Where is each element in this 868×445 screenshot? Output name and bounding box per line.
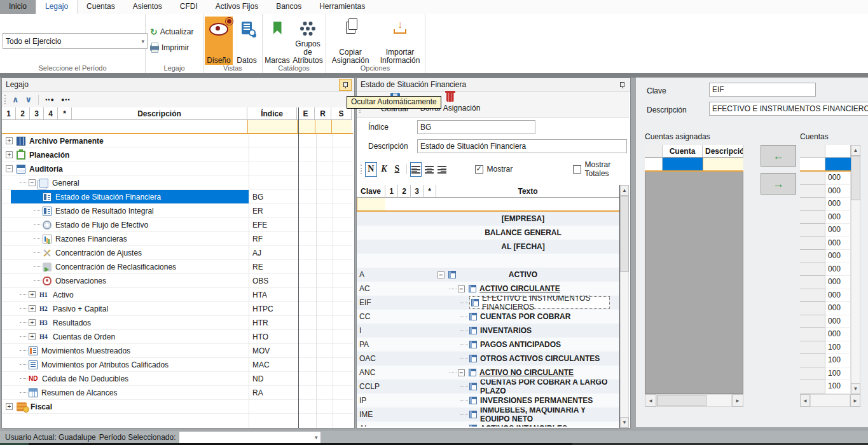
mostrar-totales-checkbox[interactable]	[573, 165, 581, 174]
account-row[interactable]: 100	[800, 367, 851, 381]
estado-row-al-fecha-[interactable]: AL [FECHA]	[357, 240, 620, 254]
pin-button[interactable]	[339, 79, 352, 91]
collapse-icon[interactable]: −	[458, 369, 465, 376]
period-combobox[interactable]: Todo el Ejercicio ▾	[3, 33, 148, 49]
tree-row-pasivo-capital[interactable]: +H2Pasivo + CapitalHTPC	[2, 302, 353, 316]
tree-row-resumen-de-alcances[interactable]: Resumen de AlcancesRA	[2, 386, 353, 400]
collapse-icon[interactable]: −	[29, 179, 36, 186]
descripcion-input-right[interactable]: EFECTIVO E INSTRUMENTOS FINANCIEROS	[709, 102, 868, 116]
copiar-asignacion-button[interactable]: Copiar Asignación	[329, 17, 371, 65]
expand-icon[interactable]: +	[29, 333, 36, 340]
filter-cell[interactable]	[297, 120, 315, 133]
align-right-button[interactable]	[436, 162, 448, 177]
filter-cell-selected[interactable]	[825, 158, 851, 170]
filter-cell[interactable]	[703, 158, 743, 170]
tab-cuentas[interactable]: Cuentas	[78, 0, 124, 14]
estado-row-balance-general[interactable]: BALANCE GENERAL	[357, 226, 620, 240]
estado-row-ime[interactable]: IMEINMUEBLES, MAQUINARIA Y EQUIPO NETO	[357, 407, 620, 421]
estado-row-eif[interactable]: EIFEFECTIVO E INSTRUMENTOS FINANCIEROS	[357, 296, 620, 310]
toolbar-grip[interactable]	[4, 95, 6, 104]
account-row[interactable]: 000	[800, 276, 851, 289]
descripcion-input[interactable]: Estado de Situación Financiera	[417, 139, 627, 153]
move-to-end-button[interactable]: ••●	[43, 97, 57, 103]
estado-row-ac[interactable]: AC−ACTIVO CIRCULANTE	[357, 282, 620, 296]
estado-row-cc[interactable]: CCCUENTAS POR COBRAR	[357, 310, 620, 324]
estado-row-ai[interactable]: AIACTIVOS INTANGIBLES	[357, 421, 620, 427]
align-left-button[interactable]	[410, 162, 422, 177]
marcas-button[interactable]: Marcas	[263, 17, 291, 65]
tab-asientos[interactable]: Asientos	[124, 0, 171, 14]
scroll-left-button[interactable]: ◄	[645, 394, 656, 407]
vscroll-thumb[interactable]	[851, 156, 860, 200]
scroll-right-button[interactable]: ►	[732, 394, 743, 407]
tab-activos-fijos[interactable]: Activos Fijos	[207, 0, 267, 14]
estado-row-oac[interactable]: OACOTROS ACTIVOS CIRCULANTES	[357, 352, 620, 366]
estado-row-ip[interactable]: IPINVERSIONES PERMANENTES	[357, 394, 620, 407]
move-to-start-button[interactable]: ●••	[59, 97, 72, 103]
bold-button[interactable]: N	[365, 162, 377, 177]
account-row[interactable]: 000	[800, 172, 851, 185]
imprimir-button[interactable]: Imprimir	[150, 43, 189, 52]
assign-left-button[interactable]: ←	[761, 145, 796, 167]
tree-row-auditor-a[interactable]: −Auditoría	[2, 162, 353, 176]
account-row[interactable]: 000	[800, 224, 851, 237]
chevron-down-icon[interactable]: ▾	[315, 434, 318, 441]
scroll-up-button[interactable]: ▲	[620, 185, 629, 196]
focused-cell[interactable]: EFECTIVO E INSTRUMENTOS FINANCIEROS	[469, 296, 610, 309]
estado-row-i[interactable]: IINVENTARIOS	[357, 324, 620, 338]
collapse-icon[interactable]: −	[437, 271, 444, 278]
align-center-button[interactable]	[423, 162, 434, 177]
account-row[interactable]: 000	[800, 302, 851, 315]
scroll-up-button[interactable]: ▲	[851, 145, 860, 156]
account-row[interactable]: 000	[800, 250, 851, 263]
actualizar-button[interactable]: ↻ Actualizar	[150, 27, 193, 37]
indice-input[interactable]: BG	[417, 120, 535, 134]
pin-button-2[interactable]	[616, 79, 628, 90]
collapse-icon[interactable]: −	[458, 285, 465, 292]
expand-icon[interactable]: +	[29, 291, 36, 298]
tree-row-planeaci-n[interactable]: +Planeación	[2, 148, 353, 162]
tree-row-concentraci-n-de-reclasificaciones[interactable]: Concentración de ReclasificacionesRE	[2, 260, 353, 274]
tree-row-general[interactable]: −General	[2, 176, 353, 190]
cuentas-asignadas-hscrollbar[interactable]: ◄ ►	[645, 394, 743, 407]
tab-cfdi[interactable]: CFDI	[171, 0, 207, 14]
expand-icon[interactable]: +	[6, 137, 13, 144]
tree-row-cuentas-de-orden[interactable]: +H4Cuentas de OrdenHTO	[2, 330, 353, 344]
grupos-atributos-button[interactable]: Grupos de Atributos	[291, 17, 324, 65]
account-row[interactable]: 000	[800, 315, 851, 329]
tree-row-resultados[interactable]: +H3ResultadosHTR	[2, 316, 353, 330]
estado-vscroll-thumb[interactable]	[620, 196, 629, 272]
scroll-right-button[interactable]: ►	[850, 394, 860, 407]
filter-cell[interactable]	[2, 120, 72, 133]
diseno-button[interactable]: Diseño	[205, 17, 233, 65]
tree-row-archivo-permanente[interactable]: +Archivo Permanente	[2, 134, 353, 148]
hscroll-thumb[interactable]	[657, 395, 706, 406]
account-row[interactable]: 000	[800, 211, 851, 224]
tab-legajo[interactable]: Legajo	[36, 0, 78, 14]
datos-button[interactable]: Datos	[233, 17, 261, 65]
chevron-down-icon[interactable]: ▾	[141, 38, 144, 44]
cuentas-asignadas-filter[interactable]	[645, 158, 743, 172]
filter-cell[interactable]	[800, 158, 825, 170]
filter-cell[interactable]	[385, 198, 620, 210]
scroll-left-button[interactable]: ◄	[800, 394, 810, 407]
filter-cell[interactable]	[645, 158, 663, 170]
clave-input[interactable]: EIF	[709, 83, 816, 97]
filter-cell[interactable]	[247, 120, 297, 133]
estado-row-anc[interactable]: ANC−ACTIVO NO CIRCULANTE	[357, 366, 620, 380]
collapse-icon[interactable]: −	[6, 165, 13, 172]
legajo-filter-row[interactable]	[2, 120, 353, 134]
account-row[interactable]: 100	[800, 354, 851, 367]
tree-row-observaciones[interactable]: ObservacionesOBS	[2, 274, 353, 288]
tree-row-movimientos-por-atributos-calificados[interactable]: Movimientos por Atributos CalificadosMAC	[2, 358, 353, 372]
estado-row--empresa-[interactable]: [EMPRESA]	[357, 212, 620, 226]
tree-row-activo[interactable]: +H1ActivoHTA	[2, 288, 353, 302]
filter-cell[interactable]	[72, 120, 247, 133]
tree-row-estado-de-situaci-n-financiera[interactable]: Estado de Situación FinancieraBG	[2, 190, 353, 204]
scroll-down-button[interactable]: ▼	[851, 383, 860, 394]
account-row[interactable]: 100	[800, 380, 851, 394]
tree-row-movimientos-muestreados[interactable]: Movimientos MuestreadosMOV	[2, 344, 353, 358]
filter-cell-selected[interactable]	[663, 158, 703, 170]
account-row[interactable]: 100	[800, 341, 851, 355]
estado-row-blank[interactable]	[357, 254, 620, 268]
